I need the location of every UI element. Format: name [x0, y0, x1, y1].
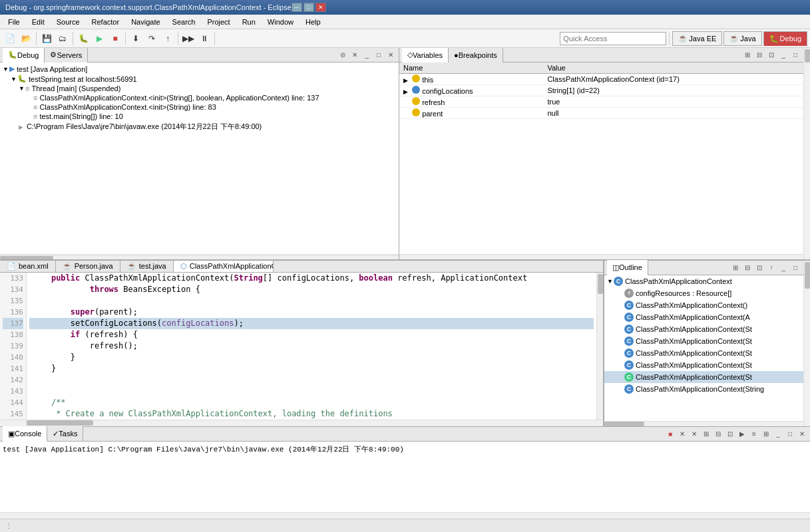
debug-collapse-btn[interactable]: _ [361, 50, 372, 61]
debug-skip-breakpoints-btn[interactable]: ⊘ [337, 50, 348, 61]
console-clear-btn[interactable]: ✕ [677, 428, 688, 439]
tb-run[interactable]: ▶ [92, 31, 106, 46]
tab-servers[interactable]: ⚙ Servers [45, 48, 88, 63]
tb-step-over[interactable]: ↷ [144, 31, 159, 46]
vars-vscrollbar[interactable] [803, 48, 810, 259]
vars-collapse-btn[interactable]: _ [778, 50, 789, 61]
var-row-refresh[interactable]: refresh true [399, 96, 803, 108]
outline-vscrollbar[interactable] [803, 261, 810, 426]
menu-project[interactable]: Project [202, 17, 235, 27]
tree-item-frame3[interactable]: ≡ test.main(String[]) line: 10 [0, 112, 399, 121]
vars-max-btn[interactable]: □ [790, 50, 801, 61]
outline-item-ctor2[interactable]: C ClassPathXmlApplicationContext(A [604, 311, 803, 323]
console-max-btn[interactable]: □ [785, 428, 795, 439]
var-row-this[interactable]: ▶ this ClassPathXmlApplicationContext (i… [399, 74, 803, 85]
code-hscrollbar[interactable] [0, 420, 603, 426]
tab-person-java[interactable]: ☕ Person.java [56, 261, 120, 272]
tree-item-frame1[interactable]: ≡ ClassPathXmlApplicationContext.<init>(… [0, 93, 399, 102]
console-btn3[interactable]: ✕ [689, 428, 700, 439]
var-value-config: String[1] (id=22) [543, 85, 803, 96]
menu-navigate[interactable]: Navigate [126, 17, 165, 27]
close-button[interactable]: ✕ [315, 3, 326, 12]
tree-item-thread[interactable]: ▼ ≡ Thread [main] (Suspended) [0, 84, 399, 93]
console-btn5[interactable]: ⊟ [713, 428, 723, 439]
tab-classpathxml[interactable]: ⬡ ClassPathXmlApplicationContext.class ✕ [174, 261, 274, 272]
outline-item-ctor6[interactable]: C ClassPathXmlApplicationContext(St [604, 359, 803, 371]
var-row-parent[interactable]: parent null [399, 108, 803, 119]
var-row-configlocations[interactable]: ▶ configLocations String[1] (id=22) [399, 85, 803, 96]
tb-stop[interactable]: ■ [108, 31, 122, 46]
outline-item-ctor3[interactable]: C ClassPathXmlApplicationContext(St [604, 323, 803, 335]
outline-root[interactable]: ▼ C ClassPathXmlApplicationContext [604, 275, 803, 287]
tb-open[interactable]: 📂 [19, 31, 33, 46]
tb-suspend[interactable]: ⏸ [197, 31, 212, 46]
tree-item-java-app[interactable]: ▼ ▶ test [Java Application] [0, 64, 399, 74]
menu-help[interactable]: Help [300, 17, 326, 27]
tree-item-testspring[interactable]: ▼ 🐛 testSpring.test at localhost:56991 [0, 74, 399, 84]
console-btn6[interactable]: ⊡ [725, 428, 735, 439]
tb-new[interactable]: 📄 [3, 31, 17, 46]
menu-window[interactable]: Window [262, 17, 299, 27]
outline-item-ctor8[interactable]: C ClassPathXmlApplicationContext(String [604, 383, 803, 395]
console-btn7[interactable]: ▶ [737, 428, 747, 439]
console-close-btn[interactable]: ✕ [797, 428, 807, 439]
outline-collapse-btn[interactable]: _ [778, 262, 789, 273]
perspective-javaee[interactable]: ☕ Java EE [672, 31, 722, 46]
tb-resume[interactable]: ▶▶ [181, 31, 196, 46]
console-btn9[interactable]: ⊞ [761, 428, 771, 439]
tab-debug[interactable]: 🐛 Debug [3, 48, 45, 63]
console-hscrollbar[interactable] [0, 512, 810, 519]
debug-max-btn[interactable]: □ [373, 50, 384, 61]
menu-file[interactable]: File [3, 17, 25, 27]
console-btn4[interactable]: ⊞ [701, 428, 711, 439]
outline-btn2[interactable]: ⊟ [742, 262, 753, 273]
tree-item-frame2[interactable]: ≡ ClassPathXmlApplicationContext.<init>(… [0, 102, 399, 112]
tb-step-return[interactable]: ↑ [160, 31, 175, 46]
tab-test-java[interactable]: ☕ test.java [120, 261, 174, 272]
maximize-button[interactable]: □ [304, 3, 314, 12]
vars-hscrollbar[interactable] [399, 254, 803, 259]
menu-run[interactable]: Run [237, 17, 261, 27]
menu-search[interactable]: Search [167, 17, 201, 27]
vars-btn2[interactable]: ⊟ [754, 50, 765, 61]
menu-edit[interactable]: Edit [27, 17, 50, 27]
outline-btn4[interactable]: ↑ [766, 262, 777, 273]
code-editor[interactable]: 133 134 135 136 137 138 139 140 141 142 … [0, 273, 603, 420]
outline-item-ctor7[interactable]: C ClassPathXmlApplicationContext(St [604, 371, 803, 383]
console-btn8[interactable]: ≡ [749, 428, 759, 439]
tb-debug[interactable]: 🐛 [76, 31, 91, 46]
console-stop-btn[interactable]: ■ [665, 428, 676, 439]
tab-tasks[interactable]: ✓ Tasks [47, 426, 83, 441]
tree-item-label: test [Java Application] [17, 65, 87, 73]
code-vscrollbar[interactable] [596, 273, 603, 420]
outline-btn1[interactable]: ⊞ [730, 262, 741, 273]
tab-breakpoints[interactable]: ● Breakpoints [449, 48, 503, 63]
vars-btn1[interactable]: ⊞ [742, 50, 753, 61]
tb-saveall[interactable]: 🗂 [55, 31, 70, 46]
quick-access-input[interactable] [560, 32, 666, 45]
vars-btn3[interactable]: ⊡ [766, 50, 777, 61]
tb-step-into[interactable]: ⬇ [128, 31, 143, 46]
perspective-java[interactable]: ☕ Java [723, 31, 761, 46]
outline-item-configresources[interactable]: f configResources : Resource[] [604, 287, 803, 299]
menu-refactor[interactable]: Refactor [87, 17, 125, 27]
tb-save[interactable]: 💾 [39, 31, 54, 46]
console-collapse-btn[interactable]: _ [773, 428, 783, 439]
tab-bean-xml[interactable]: 📄 bean.xml [0, 261, 56, 272]
debug-remove-all-btn[interactable]: ✕ [349, 50, 360, 61]
outline-hscrollbar[interactable] [604, 421, 803, 426]
outline-item-ctor5[interactable]: C ClassPathXmlApplicationContext(St [604, 347, 803, 359]
outline-item-ctor1[interactable]: C ClassPathXmlApplicationContext() [604, 299, 803, 311]
debug-hscrollbar[interactable] [0, 254, 399, 259]
outline-item-ctor4[interactable]: C ClassPathXmlApplicationContext(St [604, 335, 803, 347]
debug-close-btn[interactable]: ✕ [385, 50, 396, 61]
outline-max-btn[interactable]: □ [790, 262, 801, 273]
tab-variables[interactable]: ◇ Variables [402, 48, 449, 63]
menu-source[interactable]: Source [51, 17, 85, 27]
perspective-debug[interactable]: 🐛 Debug [763, 31, 807, 46]
minimize-button[interactable]: ─ [292, 3, 302, 12]
tab-console[interactable]: ▣ Console [3, 426, 47, 442]
tree-item-javaw[interactable]: ► C:\Program Files\Java\jre7\bin\javaw.e… [0, 121, 399, 132]
tab-outline[interactable]: ◫ Outline [607, 260, 648, 275]
outline-btn3[interactable]: ⊡ [754, 262, 765, 273]
